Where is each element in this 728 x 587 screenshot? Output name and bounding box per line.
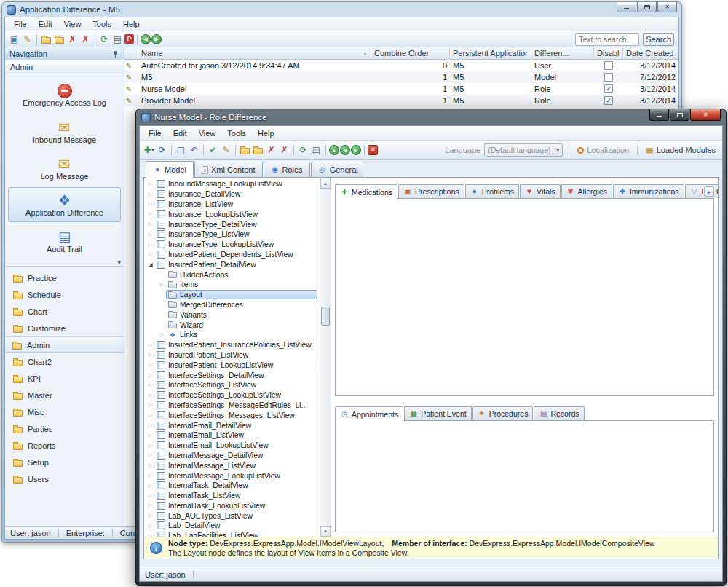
minimize-button[interactable] (649, 109, 669, 121)
nav-back-icon[interactable]: ◀ (340, 145, 350, 155)
folder-go-icon[interactable] (252, 144, 264, 157)
tree-node-interfacesettings-listview[interactable]: ▷InterfaceSettings_ListView (144, 380, 320, 390)
nav-item-inbound-message[interactable]: ✉Inbound Message (8, 114, 121, 149)
tree-node-items[interactable]: ▷Items (144, 280, 320, 290)
nav-item-emergency-access-log[interactable]: Emergency Access Log (8, 78, 121, 113)
column-header-date-created[interactable]: Date Created (623, 47, 678, 59)
tree-node-links[interactable]: ▷❖Links (144, 330, 320, 340)
tab-immunizations[interactable]: ✚Immunizations (613, 184, 684, 198)
print-icon[interactable]: ▤ (310, 144, 323, 157)
nav-item-users[interactable]: Users (5, 470, 124, 487)
nav-group-header[interactable]: Admin (5, 60, 124, 74)
nav-item-setup[interactable]: Setup (5, 454, 124, 470)
menu-tools[interactable]: Tools (221, 127, 252, 139)
tree-node-interfacesettings-messages-listview[interactable]: ▷InterfaceSettings_Messages_ListView (144, 410, 320, 420)
menu-edit[interactable]: Edit (33, 18, 58, 30)
nav-item-customize[interactable]: Customize (5, 320, 124, 336)
navigation-header[interactable]: Navigation (5, 47, 124, 60)
tree-node-insurancetype-listview[interactable]: ▷InsuranceType_ListView (144, 229, 320, 240)
tree-node-internalmessage-detailview[interactable]: ▷InternalMessage_DetailView (144, 451, 320, 461)
grid-row[interactable]: ✎Nurse Model1M5Role✓3/12/2014 (124, 83, 678, 95)
tree-node-internalemail-detailview[interactable]: ▷InternalEmail_DetailView (144, 420, 320, 430)
tree-node-internalmessage-listview[interactable]: ▷InternalMessage_ListView (144, 460, 320, 470)
expand-icon[interactable]: ▷ (146, 362, 154, 368)
expand-icon[interactable]: ▷ (146, 211, 154, 217)
scroll-down-icon[interactable]: ▼ (320, 526, 331, 537)
delete-icon[interactable]: ✗ (66, 33, 79, 45)
tree-node-internalemail-listview[interactable]: ▷InternalEmail_ListView (144, 430, 320, 441)
folder-add-icon[interactable] (40, 33, 52, 45)
grid-row[interactable]: ✎Provider Model1M5Role✓3/12/2014 (124, 95, 678, 106)
expand-icon[interactable]: ▷ (146, 523, 154, 529)
column-header-combine-order[interactable]: Combine Order (371, 47, 450, 59)
search-input[interactable] (575, 33, 639, 46)
comment-edit-icon[interactable]: ✎ (220, 144, 232, 157)
tree-node-internaltask-detailview[interactable]: ▷InternalTask_DetailView (144, 481, 320, 491)
tab-roles[interactable]: ◉Roles (264, 162, 310, 177)
folder-add-icon[interactable] (239, 144, 251, 157)
delete-all-icon[interactable]: ✗ (79, 33, 92, 45)
disabled-checkbox[interactable] (604, 73, 613, 82)
language-combo[interactable]: (Default language) ▾ (484, 143, 563, 157)
tree-node-insurance-detailview[interactable]: ▷Insurance_DetailView (144, 189, 320, 200)
tree-node-insurancetype-lookuplistview[interactable]: ▷InsuranceType_LookupListView (144, 240, 320, 250)
loaded-modules-button[interactable]: ▦ Loaded Modules (644, 144, 718, 157)
expand-icon[interactable]: ▷ (146, 201, 154, 207)
tree-node-variants[interactable]: Variants (144, 310, 320, 320)
tree-node-interfacesettings-messageeditrules-li[interactable]: ▷InterfaceSettings_MessageEditRules_Li..… (144, 401, 320, 411)
tab-medications[interactable]: ✚Medications (335, 184, 397, 199)
expand-icon[interactable]: ▷ (158, 332, 166, 338)
column-header-name[interactable]: Name▲ (138, 47, 371, 59)
titlebar[interactable]: Application Difference - M5 ✕ (4, 2, 679, 17)
refresh-icon[interactable]: ⟳ (98, 33, 111, 45)
localization-button[interactable]: Localization (575, 144, 631, 156)
expand-icon[interactable]: ▷ (146, 402, 154, 408)
expand-icon[interactable]: ▷ (158, 282, 166, 288)
expand-icon[interactable]: ▷ (146, 242, 154, 248)
validate-icon[interactable]: ✔ (207, 144, 219, 157)
expand-icon[interactable]: ▷ (146, 513, 154, 519)
tab-problems[interactable]: ●Problems (465, 184, 519, 198)
tree-node-internaltask-listview[interactable]: ▷InternalTask_ListView (144, 491, 320, 501)
column-header-persistent-application[interactable]: Persistent Application (450, 47, 531, 59)
scroll-down-icon[interactable]: ▾ (117, 259, 121, 266)
nav-item-admin[interactable]: Admin (5, 336, 124, 353)
delete-all-icon[interactable]: ✗ (278, 144, 290, 157)
tree-node-internalmessage-lookuplistview[interactable]: ▷InternalMessage_LookupListView (144, 470, 320, 481)
tree-node-insuredpatient-insurancepolicies-listview[interactable]: ▷InsuredPatient_InsurancePolicies_ListVi… (144, 340, 320, 350)
tab-allergies[interactable]: ✱Allergies (561, 184, 612, 198)
expand-icon[interactable]: ▷ (146, 462, 154, 468)
nav-item-master[interactable]: Master (5, 387, 124, 403)
titlebar[interactable]: Nurse Model - Role Difference ✕ (139, 109, 723, 125)
expand-icon[interactable]: ▷ (146, 473, 154, 478)
folder-go-icon[interactable] (53, 33, 66, 45)
nav-item-chart2[interactable]: Chart2 (5, 353, 124, 370)
tab-appointments[interactable]: ◷Appointments (335, 406, 403, 421)
export-pdf-icon[interactable]: P (124, 34, 134, 44)
expand-icon[interactable]: ▷ (146, 443, 154, 449)
nav-item-parties[interactable]: Parties (5, 420, 124, 437)
column-header-disabled[interactable]: Disabled (594, 47, 623, 59)
tree-node-internalemail-lookuplistview[interactable]: ▷InternalEmail_LookupListView (144, 441, 320, 451)
scroll-up-icon[interactable]: ▲ (320, 178, 331, 189)
nav-item-practice[interactable]: Practice (5, 269, 124, 286)
expand-icon[interactable]: ▷ (146, 232, 154, 237)
tree-node-layout[interactable]: Layout (144, 290, 320, 300)
column-header-differen[interactable]: Differen... (531, 47, 594, 59)
expand-icon[interactable]: ▷ (146, 251, 154, 257)
expand-icon[interactable]: ▷ (146, 192, 154, 197)
tree-node-internaltask-lookuplistview[interactable]: ▷InternalTask_LookupListView (144, 501, 320, 511)
nav-forward-icon[interactable]: ▶ (351, 145, 361, 155)
nav-item-kpi[interactable]: KPI (5, 370, 124, 387)
disabled-checkbox[interactable] (604, 61, 613, 70)
tab-scroll-right-icon[interactable]: ▸ (704, 186, 714, 197)
close-box-icon[interactable]: ✕ (368, 145, 378, 155)
expand-icon[interactable]: ▷ (146, 452, 154, 458)
maximize-button[interactable] (637, 2, 657, 12)
tree-node-insuredpatient-dependents-listview[interactable]: ▷InsuredPatient_Dependents_ListView (144, 250, 320, 260)
expand-icon[interactable]: ▷ (146, 352, 154, 358)
tab-prescriptions[interactable]: ▣Prescriptions (398, 184, 464, 198)
menu-help[interactable]: Help (117, 18, 146, 30)
tree-node-lab-detailview[interactable]: ▷Lab_DetailView (144, 521, 320, 531)
maximize-button[interactable] (670, 109, 689, 121)
